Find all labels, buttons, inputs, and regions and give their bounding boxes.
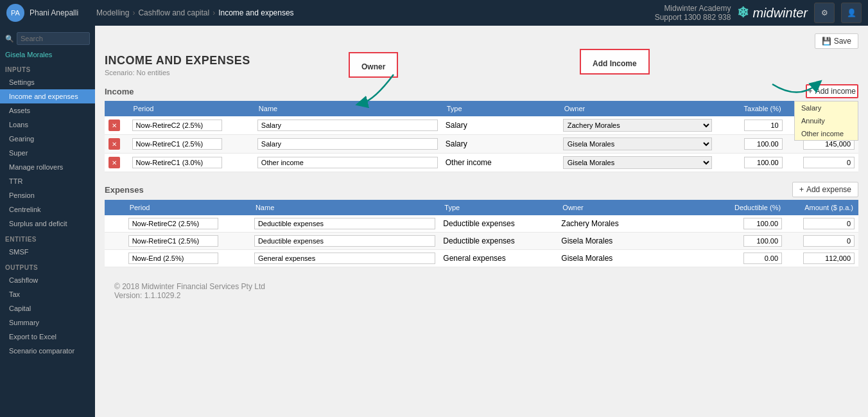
delete-income-btn[interactable]: ✕ xyxy=(108,138,120,150)
sidebar: 🔍 Gisela Morales INPUTS Settings Income … xyxy=(0,26,95,417)
sidebar-item-centrelink[interactable]: Centrelink xyxy=(0,202,95,217)
delete-cell: ✕ xyxy=(105,116,128,135)
add-expense-button[interactable]: + Add expense xyxy=(792,182,858,197)
income-row: ✕ Salary Zachery Morales Gisela Morales … xyxy=(105,116,858,135)
income-row: ✕ Salary Gisela Morales Gisela Morales Z… xyxy=(105,135,858,154)
settings-icon[interactable]: ⚙ xyxy=(814,3,835,23)
sidebar-item-cashflow[interactable]: Cashflow xyxy=(0,273,95,287)
breadcrumb-cashflow[interactable]: Cashflow and capital xyxy=(138,8,209,17)
exp-owner-cell: Gisela Morales xyxy=(557,250,715,267)
dropdown-other-income[interactable]: Other income xyxy=(795,127,858,140)
period-input[interactable] xyxy=(132,120,222,131)
expense-row: Deductible expenses Zachery Morales xyxy=(105,215,858,233)
breadcrumb-sep2: › xyxy=(213,8,215,17)
search-container: 🔍 xyxy=(0,29,95,48)
sidebar-item-tax[interactable]: Tax xyxy=(0,287,95,301)
exp-name-cell xyxy=(250,215,439,233)
top-navigation: PA Phani Anepalli Modelling › Cashflow a… xyxy=(0,0,868,26)
exp-name-cell xyxy=(250,250,439,267)
save-label: Save xyxy=(834,37,851,46)
dropdown-annuity[interactable]: Annuity xyxy=(795,114,858,127)
sidebar-item-pension[interactable]: Pension xyxy=(0,188,95,202)
save-button[interactable]: 💾 Save xyxy=(815,33,858,49)
exp-owner-cell: Zachery Morales xyxy=(557,215,715,233)
section-outputs: OUTPUTS xyxy=(0,259,95,273)
col-delete xyxy=(105,101,128,116)
sidebar-item-loans[interactable]: Loans xyxy=(0,118,95,132)
period-cell xyxy=(128,154,254,172)
sidebar-item-scenario-comparator[interactable]: Scenario comparator xyxy=(0,344,95,358)
sidebar-item-smsf[interactable]: SMSF xyxy=(0,245,95,259)
sidebar-item-settings[interactable]: Settings xyxy=(0,75,95,89)
exp-name-input[interactable] xyxy=(254,235,435,247)
exp-deductible-cell xyxy=(715,233,786,250)
exp-amount-input[interactable] xyxy=(803,218,855,229)
taxable-input[interactable] xyxy=(744,120,783,131)
exp-delete-cell xyxy=(105,250,125,267)
owner-select[interactable]: Gisela Morales Gisela Morales Zachery Mo… xyxy=(563,138,712,150)
name-cell xyxy=(254,135,442,154)
exp-name-input[interactable] xyxy=(254,218,435,229)
exp-name-input[interactable] xyxy=(254,253,435,264)
sidebar-item-capital[interactable]: Capital xyxy=(0,301,95,315)
user-avatar[interactable]: PA xyxy=(6,4,24,22)
exp-period-input[interactable] xyxy=(128,235,218,247)
plus-expense-icon: + xyxy=(799,185,804,194)
brand-name: midwinter xyxy=(752,6,808,21)
expenses-table: Period Name Type Owner Deductible (%) Am… xyxy=(105,200,858,267)
breadcrumb-sep1: › xyxy=(132,8,135,17)
exp-period-cell xyxy=(125,250,250,267)
type-cell: Other income xyxy=(442,154,559,172)
version: Version: 1.1.1029.2 xyxy=(114,291,849,300)
selected-client[interactable]: Gisela Morales xyxy=(0,48,95,61)
exp-period-input[interactable] xyxy=(128,253,218,264)
nav-right: Midwinter Academy Support 1300 882 938 ❄… xyxy=(655,3,862,23)
period-input[interactable] xyxy=(132,157,222,168)
col-exp-deductible: Deductible (%) xyxy=(715,200,786,215)
breadcrumb-modelling[interactable]: Modelling xyxy=(96,8,129,17)
sidebar-item-export-excel[interactable]: Export to Excel xyxy=(0,330,95,344)
owner-cell: Gisela Morales Gisela Morales Zachery Mo… xyxy=(559,135,716,154)
search-icon: 🔍 xyxy=(5,35,14,43)
income-title: Income xyxy=(105,87,134,96)
period-input[interactable] xyxy=(132,138,222,150)
owner-arrow xyxy=(297,49,426,126)
exp-deductible-input[interactable] xyxy=(743,253,782,264)
breadcrumb: Modelling › Cashflow and capital › Incom… xyxy=(96,8,294,17)
exp-deductible-input[interactable] xyxy=(743,218,782,229)
owner-select[interactable]: Zachery Morales Gisela Morales Zachery M… xyxy=(563,119,712,132)
period-cell xyxy=(128,135,254,154)
col-income-period: Period xyxy=(128,101,254,116)
sidebar-item-summary[interactable]: Summary xyxy=(0,315,95,330)
owner-cell: Gisela Morales Gisela Morales Zachery Mo… xyxy=(559,154,716,172)
taxable-input[interactable] xyxy=(744,138,783,150)
amount-input[interactable] xyxy=(803,157,855,168)
sidebar-item-surplus-deficit[interactable]: Surplus and deficit xyxy=(0,217,95,231)
exp-amount-input[interactable] xyxy=(803,253,855,264)
col-exp-owner: Owner xyxy=(557,200,715,215)
taxable-input[interactable] xyxy=(744,157,783,168)
exp-period-cell xyxy=(125,215,250,233)
exp-amount-input[interactable] xyxy=(803,235,855,247)
delete-income-btn[interactable]: ✕ xyxy=(108,120,120,131)
sidebar-item-income-expenses[interactable]: Income and expenses xyxy=(0,89,95,103)
search-input[interactable] xyxy=(17,32,90,45)
name-input[interactable] xyxy=(257,138,438,150)
sidebar-item-super[interactable]: Super xyxy=(0,146,95,160)
expenses-title: Expenses xyxy=(105,185,144,195)
exp-deductible-input[interactable] xyxy=(743,235,782,247)
sidebar-item-assets[interactable]: Assets xyxy=(0,103,95,118)
sidebar-item-gearing[interactable]: Gearing xyxy=(0,132,95,146)
footer: © 2018 Midwinter Financial Services Pty … xyxy=(105,277,858,305)
owner-select[interactable]: Gisela Morales Gisela Morales Zachery Mo… xyxy=(563,156,712,169)
section-entities: ENTITIES xyxy=(0,231,95,245)
sidebar-item-manage-rollovers[interactable]: Manage rollovers xyxy=(0,160,95,174)
delete-income-btn[interactable]: ✕ xyxy=(108,157,120,168)
user-profile-icon[interactable]: 👤 xyxy=(841,3,862,23)
exp-amount-cell xyxy=(786,215,858,233)
type-cell: Salary xyxy=(442,116,559,135)
sidebar-item-ttr[interactable]: TTR xyxy=(0,174,95,188)
income-row: ✕ Other income Gisela Morales Gisela Mor… xyxy=(105,154,858,172)
name-input[interactable] xyxy=(257,157,438,168)
exp-period-input[interactable] xyxy=(128,218,218,229)
